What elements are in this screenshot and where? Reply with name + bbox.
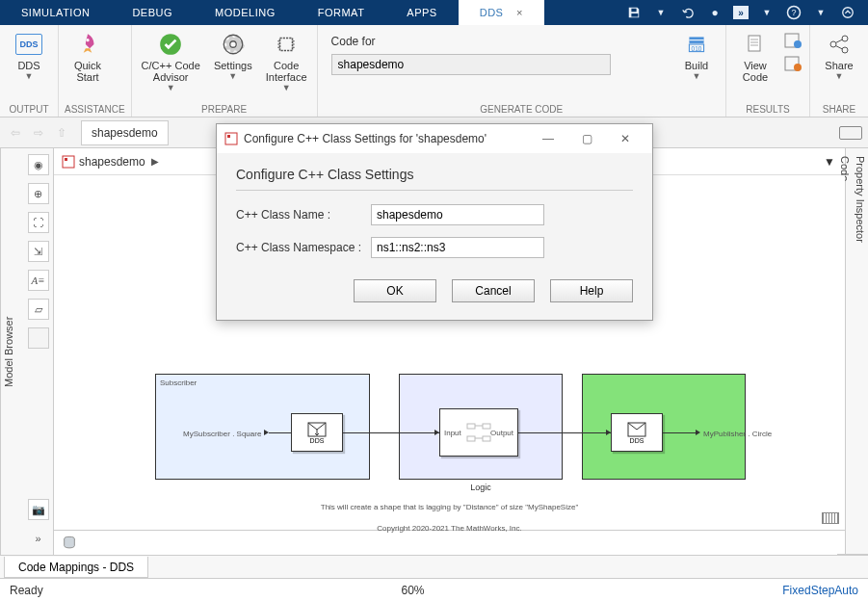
- nav-back-icon[interactable]: ⇦: [6, 123, 25, 143]
- quick-start-button[interactable]: Quick Start: [65, 29, 111, 85]
- palette-scope-icon[interactable]: ◉: [28, 154, 49, 175]
- svg-rect-36: [467, 436, 475, 441]
- status-zoom[interactable]: 60%: [43, 584, 783, 597]
- dialog-titlebar[interactable]: Configure C++ Class Settings for 'shapes…: [217, 124, 652, 153]
- canvas-overview-icon[interactable]: [822, 512, 839, 524]
- tab-format[interactable]: FORMAT: [297, 0, 386, 25]
- svg-rect-32: [65, 158, 67, 161]
- namespace-label: C++ Class Namespace :: [236, 241, 371, 254]
- classname-input[interactable]: [371, 204, 544, 225]
- dds-block-label: DDS: [310, 437, 325, 444]
- dds-subscriber-block[interactable]: DDS: [291, 413, 343, 452]
- quick-start-label: Quick Start: [74, 60, 101, 83]
- breadcrumb-dropdown-icon[interactable]: ▼: [824, 155, 837, 169]
- breadcrumb-model[interactable]: shapesdemo: [79, 155, 145, 169]
- maximize-icon[interactable]: ▢: [567, 126, 606, 151]
- build-button[interactable]: 010 Build ▼: [673, 29, 720, 104]
- logic-label: Logic: [470, 483, 491, 492]
- palette-fit-icon[interactable]: ⛶: [28, 212, 49, 233]
- share-label: Share: [825, 60, 853, 71]
- code-interface-button[interactable]: Code Interface ▼: [262, 29, 311, 94]
- tab-simulation[interactable]: SIMULATION: [0, 0, 111, 25]
- ribbon-group-assistance: Quick Start ASSISTANCE: [59, 25, 132, 117]
- nav-forward-icon[interactable]: ⇨: [29, 123, 48, 143]
- view-code-button[interactable]: View Code: [732, 29, 778, 85]
- palette-select-icon[interactable]: ⇲: [28, 241, 49, 262]
- code-interface-label: Code Interface: [266, 60, 307, 83]
- help-icon[interactable]: ?: [785, 4, 802, 21]
- palette-area-icon[interactable]: [28, 327, 49, 349]
- keyboard-icon[interactable]: [839, 126, 862, 140]
- svg-point-28: [842, 47, 848, 53]
- logic-block[interactable]: Input Output: [439, 408, 518, 457]
- view-code-label: View Code: [743, 60, 768, 83]
- palette-annotation-icon[interactable]: A≡: [28, 270, 49, 291]
- minimize-ribbon-icon[interactable]: [839, 4, 856, 21]
- dds-block-label: DDS: [630, 437, 644, 444]
- svg-line-29: [836, 39, 843, 43]
- ok-button[interactable]: OK: [354, 279, 436, 302]
- tab-modeling[interactable]: MODELING: [194, 0, 297, 25]
- breadcrumb-arrow-icon: ▶: [151, 156, 159, 167]
- dot-icon[interactable]: ●: [706, 4, 723, 21]
- tab-debug[interactable]: DEBUG: [111, 0, 194, 25]
- signal-arrow-icon: [606, 430, 611, 435]
- save-icon[interactable]: [625, 4, 643, 21]
- palette-camera-icon[interactable]: 📷: [28, 499, 49, 520]
- status-solver[interactable]: FixedStepAuto: [782, 584, 858, 597]
- results-extra-button-1[interactable]: [784, 33, 803, 50]
- chevron-down-icon: ▼: [25, 71, 34, 81]
- palette-zoom-icon[interactable]: ⊕: [28, 183, 49, 204]
- dialog-title: Configure C++ Class Settings for 'shapes…: [244, 132, 529, 145]
- qat-dropdown-icon[interactable]: ▼: [652, 4, 670, 21]
- nav-up-icon[interactable]: ⇧: [52, 123, 71, 143]
- quick-access-toolbar: ▼ ● » ▼ ? ▼: [614, 0, 868, 25]
- cancel-button[interactable]: Cancel: [452, 279, 535, 302]
- model-browser-panel[interactable]: Model Browser: [0, 148, 23, 555]
- minimize-icon[interactable]: —: [529, 126, 567, 151]
- qat-dropdown3-icon[interactable]: ▼: [812, 4, 829, 21]
- signal-line: [269, 432, 291, 433]
- code-advisor-button[interactable]: C/C++ Code Advisor ▼: [138, 29, 204, 94]
- configure-class-dialog: Configure C++ Class Settings for 'shapes…: [216, 123, 653, 321]
- svg-text:010: 010: [692, 45, 702, 52]
- svg-line-30: [836, 46, 843, 50]
- svg-point-3: [86, 39, 89, 41]
- help-button[interactable]: Help: [550, 279, 633, 302]
- qat-dropdown2-icon[interactable]: ▼: [758, 4, 776, 21]
- svg-point-27: [842, 36, 848, 41]
- ribbon-group-share: Share ▼ SHARE: [810, 25, 868, 117]
- data-dictionary-icon[interactable]: [61, 535, 78, 552]
- tab-dds[interactable]: DDS ×: [459, 0, 544, 25]
- command-icon[interactable]: »: [733, 6, 749, 19]
- publisher-region[interactable]: [582, 374, 746, 480]
- publisher-port-label: MyPublisher . Circle: [703, 430, 772, 438]
- svg-point-26: [830, 41, 836, 47]
- code-mappings-tab[interactable]: Code Mappings - DDS: [4, 557, 148, 578]
- model-tab[interactable]: shapesdemo: [81, 120, 169, 145]
- palette: ◉ ⊕ ⛶ ⇲ A≡ ▱ 📷 »: [23, 148, 54, 555]
- close-icon[interactable]: ✕: [606, 126, 644, 151]
- rocket-icon: [74, 31, 101, 58]
- build-label: Build: [685, 60, 708, 71]
- tab-apps[interactable]: APPS: [385, 0, 458, 25]
- ribbon-group-results: View Code RESULTS: [726, 25, 810, 117]
- svg-point-6: [230, 41, 237, 48]
- results-extra-button-a[interactable]: [784, 56, 803, 73]
- settings-button[interactable]: Settings ▼: [210, 29, 256, 83]
- signal-line: [663, 432, 696, 433]
- palette-expand-icon[interactable]: »: [28, 528, 49, 549]
- model-icon: [62, 155, 75, 169]
- share-button[interactable]: Share ▼: [816, 29, 862, 83]
- property-inspector-panel[interactable]: Property Inspector: [853, 148, 868, 555]
- undo-icon[interactable]: [679, 4, 697, 21]
- namespace-input[interactable]: [371, 237, 544, 258]
- chevron-down-icon: ▼: [167, 83, 175, 92]
- dds-button[interactable]: DDS DDS ▼: [6, 29, 52, 83]
- close-icon[interactable]: ×: [516, 7, 523, 18]
- dds-publisher-block[interactable]: DDS: [611, 413, 663, 452]
- palette-image-icon[interactable]: ▱: [28, 299, 49, 320]
- code-for-input[interactable]: [331, 54, 611, 75]
- ribbon-group-output: DDS DDS ▼ OUTPUT: [0, 25, 59, 117]
- svg-point-2: [843, 8, 854, 18]
